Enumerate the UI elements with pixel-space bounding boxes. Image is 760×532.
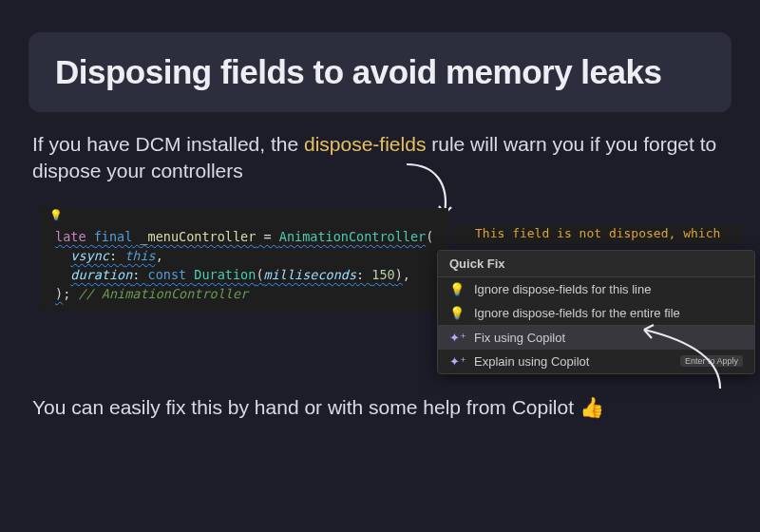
kbd-hint: Enter to Apply — [680, 355, 743, 367]
code-tok-late: late — [55, 229, 86, 244]
subtitle-highlight: dispose-fields — [304, 133, 426, 155]
lightbulb-icon: 💡 — [449, 306, 465, 320]
editor-region: 💡 late final _menuController = Animation… — [27, 199, 733, 379]
lint-warning-message[interactable]: This field is not disposed, which — [452, 225, 743, 244]
code-tok-vsync: vsync — [70, 248, 109, 263]
quick-fix-item-ignore-file[interactable]: 💡 Ignore dispose-fields for the entire f… — [438, 301, 754, 325]
code-tok-this: this — [124, 248, 156, 263]
code-gutter: 💡 — [40, 208, 448, 225]
code-tok-comment: // AnimationController — [78, 286, 248, 301]
quick-fix-label: Ignore dispose-fields for this line — [474, 282, 743, 296]
quick-fix-label: Fix using Copilot — [474, 331, 743, 345]
lightbulb-icon: 💡 — [449, 282, 465, 296]
code-editor[interactable]: 💡 late final _menuController = Animation… — [40, 208, 448, 312]
footer-text: You can easily fix this by hand or with … — [32, 396, 728, 419]
quick-fix-item-ignore-line[interactable]: 💡 Ignore dispose-fields for this line — [438, 277, 754, 301]
quick-fix-item-fix-copilot[interactable]: ✦⁺ Fix using Copilot — [438, 325, 754, 350]
page-title: Disposing fields to avoid memory leaks — [55, 53, 705, 91]
title-card: Disposing fields to avoid memory leaks — [28, 32, 732, 112]
quick-fix-label: Ignore dispose-fields for the entire fil… — [474, 306, 743, 320]
quick-fix-item-explain-copilot[interactable]: ✦⁺ Explain using Copilot Enter to Apply — [438, 350, 754, 373]
sparkle-icon: ✦⁺ — [449, 331, 465, 345]
sparkle-icon: ✦⁺ — [449, 354, 465, 369]
code-body[interactable]: late final _menuController = AnimationCo… — [40, 225, 448, 312]
quick-fix-label: Explain using Copilot — [474, 354, 671, 369]
code-tok-ident: _menuController — [140, 229, 256, 244]
code-tok-final: final — [94, 229, 133, 244]
quick-fix-popup: Quick Fix 💡 Ignore dispose-fields for th… — [437, 250, 755, 374]
subtitle-pre: If you have DCM installed, the — [32, 133, 304, 155]
lightbulb-icon[interactable]: 💡 — [49, 209, 63, 221]
code-tok-type: AnimationController — [279, 229, 426, 244]
code-tok-duration: duration — [70, 267, 132, 282]
subtitle-text: If you have DCM installed, the dispose-f… — [32, 131, 728, 185]
quick-fix-header: Quick Fix — [438, 251, 754, 277]
